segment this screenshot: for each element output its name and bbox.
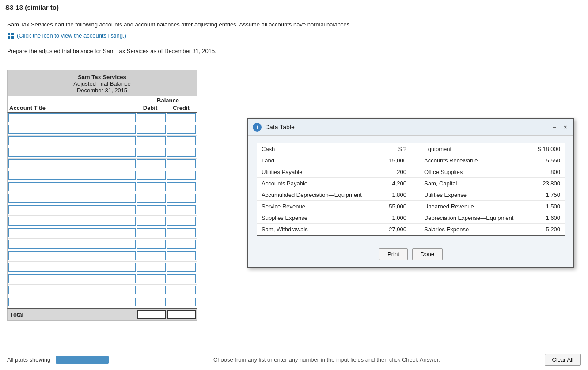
debit-amount-input[interactable]: [137, 298, 166, 306]
credit-amount-input[interactable]: [167, 263, 196, 272]
accounts-data-table: Cash$ ?Equipment$18,000Land15,000Account…: [257, 143, 565, 236]
credit-amount-input[interactable]: [167, 159, 196, 168]
credit-amount-input[interactable]: [167, 136, 196, 145]
description-text: Sam Tax Services had the following accou…: [7, 20, 581, 30]
account-title-input[interactable]: [8, 286, 136, 294]
account-title-input[interactable]: [8, 171, 136, 180]
account-title-input[interactable]: [8, 159, 136, 168]
amount-val-right: 23,800: [521, 177, 565, 189]
modal-title-text: Data Table: [265, 124, 550, 131]
account-title-input[interactable]: [8, 274, 136, 283]
account-title-input[interactable]: [8, 240, 136, 249]
credit-amount-input[interactable]: [167, 251, 196, 260]
debit-amount-input[interactable]: [137, 194, 166, 203]
account-title-input[interactable]: [8, 263, 136, 272]
account-title-input[interactable]: [8, 113, 136, 122]
credit-amount-input[interactable]: [167, 148, 196, 157]
table-row: [8, 239, 197, 250]
data-table-modal: i Data Table − × Cash$ ?Equipment$18,000…: [247, 118, 574, 268]
list-item: Service Revenue55,000Unearned Revenue1,5…: [257, 200, 565, 212]
credit-amount-input[interactable]: [167, 205, 196, 214]
debit-amount-input[interactable]: [137, 182, 166, 191]
debit-amount-input[interactable]: [137, 136, 166, 145]
debit-amount-input[interactable]: [137, 159, 166, 168]
credit-amount-input[interactable]: [167, 298, 196, 306]
debit-amount-input[interactable]: [137, 263, 166, 272]
clear-all-button[interactable]: Clear All: [545, 354, 581, 366]
total-debit-input[interactable]: [137, 310, 166, 319]
account-title-input[interactable]: [8, 228, 136, 237]
account-name-right: Sam, Capital: [411, 177, 521, 189]
instructions-area: Choose from any list or enter any number…: [109, 356, 544, 363]
account-name-right: Utilities Expense: [411, 189, 521, 200]
credit-amount-input[interactable]: [167, 228, 196, 237]
account-title-input[interactable]: [8, 148, 136, 157]
grid-icon: [7, 32, 14, 39]
col-headers: Account Title Debit Credit: [7, 105, 197, 112]
account-title-input[interactable]: [8, 298, 136, 306]
credit-amount-input[interactable]: [167, 194, 196, 203]
credit-amount-input[interactable]: [167, 171, 196, 180]
svg-rect-3: [11, 36, 14, 39]
credit-amount-input[interactable]: [167, 286, 196, 294]
account-name-left: Accounts Payable: [257, 177, 367, 189]
account-title-input[interactable]: [8, 217, 136, 226]
debit-amount-input[interactable]: [137, 205, 166, 214]
credit-amount-input[interactable]: [167, 217, 196, 226]
total-credit-input[interactable]: [167, 310, 196, 319]
table-row: [8, 216, 197, 227]
account-title-input[interactable]: [8, 136, 136, 145]
amount-val-right: 5,200: [521, 223, 565, 235]
account-name-left: Sam, Withdrawals: [257, 223, 367, 235]
account-title-input[interactable]: [8, 182, 136, 191]
credit-amount-input[interactable]: [167, 125, 196, 134]
account-name-right: Unearned Revenue: [411, 200, 521, 212]
debit-header: Debit: [135, 105, 166, 111]
modal-minimize-button[interactable]: −: [550, 124, 558, 130]
modal-controls: − ×: [550, 124, 569, 130]
debit-amount-input[interactable]: [137, 171, 166, 180]
account-title-input[interactable]: [8, 125, 136, 134]
modal-body: Cash$ ?Equipment$18,000Land15,000Account…: [248, 136, 573, 243]
account-title-input[interactable]: [8, 205, 136, 214]
accounts-icon-link[interactable]: (Click the icon to view the accounts lis…: [7, 31, 126, 41]
credit-amount-input[interactable]: [167, 113, 196, 122]
table-row: [8, 227, 197, 239]
icon-link-text: (Click the icon to view the accounts lis…: [17, 31, 126, 41]
table-row: [8, 147, 197, 159]
table-row: [8, 181, 197, 193]
amount-val-left: 15,000: [367, 155, 411, 166]
debit-amount-input[interactable]: [137, 148, 166, 157]
debit-amount-input[interactable]: [137, 286, 166, 294]
table-row: [8, 159, 197, 170]
debit-amount-input[interactable]: [137, 113, 166, 122]
print-button[interactable]: Print: [379, 248, 408, 260]
debit-amount-input[interactable]: [137, 217, 166, 226]
table-row: [8, 285, 197, 296]
debit-amount-input[interactable]: [137, 228, 166, 237]
table-row: [8, 273, 197, 285]
table-row: [8, 262, 197, 273]
debit-amount-input[interactable]: [137, 251, 166, 260]
balance-label: Balance: [139, 97, 197, 104]
list-item: Supplies Expense1,000Depreciation Expens…: [257, 212, 565, 223]
credit-amount-input[interactable]: [167, 240, 196, 249]
debit-amount-input[interactable]: [137, 274, 166, 283]
done-button[interactable]: Done: [412, 248, 443, 260]
account-name-right: Salaries Expense: [411, 223, 521, 235]
page-title: S3-13 (similar to): [5, 4, 59, 11]
svg-rect-0: [8, 33, 10, 35]
debit-amount-input[interactable]: [137, 125, 166, 134]
account-title-input[interactable]: [8, 194, 136, 203]
bottom-left: All parts showing: [7, 356, 109, 364]
modal-close-button[interactable]: ×: [561, 124, 569, 130]
amount-val-left: 4,200: [367, 177, 411, 189]
report-name: Adjusted Trial Balance: [9, 80, 195, 87]
account-title-input[interactable]: [8, 251, 136, 260]
credit-amount-input[interactable]: [167, 182, 196, 191]
amount-val-left: 1,000: [367, 212, 411, 223]
table-row: [8, 250, 197, 262]
svg-rect-2: [8, 36, 10, 39]
debit-amount-input[interactable]: [137, 240, 166, 249]
credit-amount-input[interactable]: [167, 274, 196, 283]
